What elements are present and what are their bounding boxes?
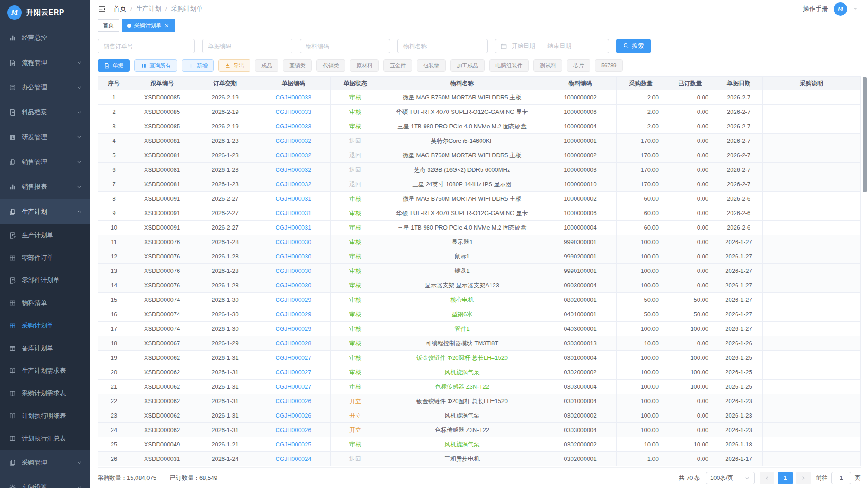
- doc-code-link[interactable]: CGJH000026: [256, 423, 331, 437]
- doc-code-link[interactable]: CGJH000032: [256, 177, 331, 192]
- doc-code-link[interactable]: CGJH000027: [256, 351, 331, 365]
- column-header: 采购说明: [763, 77, 861, 90]
- doc-code-link[interactable]: CGJH000031: [256, 206, 331, 221]
- breadcrumb-item[interactable]: 采购计划单: [171, 5, 203, 13]
- export-button[interactable]: 导出: [218, 59, 250, 72]
- breadcrumb: 首页/生产计划/采购计划单: [113, 5, 203, 13]
- sales-order-no-input[interactable]: [98, 39, 195, 53]
- doc-code-link[interactable]: CGJH000024: [256, 452, 331, 466]
- page-size-select[interactable]: 100条/页: [706, 472, 755, 484]
- table-icon: [9, 254, 17, 262]
- doc-code-link[interactable]: CGJH000033: [256, 90, 331, 105]
- sidebar-item[interactable]: 生产计划: [0, 199, 90, 224]
- sidebar-subitem[interactable]: 采购计划需求表: [0, 382, 90, 405]
- doc-code-link[interactable]: CGJH000033: [256, 119, 331, 134]
- material-name-input[interactable]: [397, 39, 488, 53]
- search-button[interactable]: 搜索: [616, 39, 651, 53]
- sidebar-item[interactable]: 研发管理: [0, 125, 90, 150]
- status-badge: 开立: [331, 423, 380, 437]
- sidebar-subitem[interactable]: 生产计划单: [0, 224, 90, 247]
- sidebar-item[interactable]: 采购管理: [0, 450, 90, 475]
- doc-code-link[interactable]: CGJH000029: [256, 322, 331, 336]
- doc-code-link[interactable]: CGJH000032: [256, 163, 331, 177]
- category-finished-goods-button[interactable]: 成品: [255, 59, 278, 72]
- sidebar-item[interactable]: 料品档案: [0, 100, 90, 125]
- menu-fold-icon[interactable]: [98, 5, 106, 14]
- sidebar-subitem[interactable]: 物料清单: [0, 292, 90, 314]
- doc-code-link[interactable]: CGJH000026: [256, 408, 331, 423]
- doc-code-link[interactable]: CGJH000026: [256, 394, 331, 408]
- table-row: 11XSDD0000762026-1-28CGJH000030审核显示器1999…: [98, 235, 861, 249]
- doc-code-link[interactable]: CGJH000031: [256, 221, 331, 235]
- doc-code-link[interactable]: CGJH000028: [256, 336, 331, 351]
- column-header: 物料编码: [544, 77, 617, 90]
- sidebar-subitem[interactable]: 零部件计划单: [0, 269, 90, 292]
- prev-page-button[interactable]: [760, 472, 774, 484]
- category-packaging-button[interactable]: 包装物: [417, 59, 446, 72]
- doc-code-link[interactable]: CGJH000027: [256, 365, 331, 380]
- category-direct-sale-button[interactable]: 直销类: [283, 59, 312, 72]
- doc-code-link[interactable]: CGJH000029: [256, 293, 331, 307]
- document-button[interactable]: 单据: [98, 59, 130, 72]
- doc-code-link[interactable]: CGJH000027: [256, 380, 331, 394]
- sidebar-subitem[interactable]: 计划执行明细表: [0, 405, 90, 427]
- cell: [763, 423, 861, 437]
- cell: 2026-1-23: [194, 148, 256, 163]
- copy-doc-icon: [9, 158, 17, 166]
- filter-bar: 开始日期 – 结束日期 搜索: [98, 39, 861, 53]
- category-processed-goods-button[interactable]: 加工成品: [450, 59, 485, 72]
- category-computer-assembly-button[interactable]: 电脑组装件: [489, 59, 529, 72]
- caret-down-icon[interactable]: [853, 6, 858, 12]
- doc-code-link[interactable]: CGJH000031: [256, 192, 331, 206]
- status-badge: 审核: [331, 380, 380, 394]
- doc-code-link[interactable]: CGJH000032: [256, 134, 331, 148]
- vertical-scrollbar-thumb[interactable]: [863, 77, 867, 192]
- sidebar-subitem[interactable]: 计划执行汇总表: [0, 427, 90, 450]
- doc-code-link[interactable]: CGJH000025: [256, 437, 331, 452]
- doc-code-link[interactable]: CGJH000029: [256, 307, 331, 322]
- sidebar-item[interactable]: 车间设置: [0, 475, 90, 488]
- doc-code-link[interactable]: CGJH000030: [256, 278, 331, 293]
- doc-code-input[interactable]: [202, 39, 292, 53]
- manual-link[interactable]: 操作手册: [803, 5, 828, 13]
- sidebar-item[interactable]: 办公管理: [0, 75, 90, 100]
- cell: 0.00: [665, 221, 715, 235]
- category-test-material-button[interactable]: 测试料: [533, 59, 562, 72]
- breadcrumb-item[interactable]: 生产计划: [136, 5, 161, 13]
- goto-page-input[interactable]: [831, 472, 851, 484]
- query-all-button[interactable]: 查询所有: [134, 59, 177, 72]
- category-raw-material-button[interactable]: 原材料: [350, 59, 379, 72]
- cell: 英特尔Core i5-14600KF: [380, 134, 544, 148]
- cell: XSDD000081: [130, 148, 194, 163]
- material-code-input[interactable]: [300, 39, 390, 53]
- add-button[interactable]: 新增: [182, 59, 214, 72]
- doc-code-link[interactable]: CGJH000030: [256, 249, 331, 264]
- doc-code-link[interactable]: CGJH000030: [256, 235, 331, 249]
- avatar[interactable]: M: [834, 2, 847, 16]
- next-page-button[interactable]: [796, 472, 811, 484]
- category-56789-button[interactable]: 56789: [595, 59, 623, 72]
- column-header: 序号: [98, 77, 130, 90]
- category-chip-button[interactable]: 芯片: [567, 59, 590, 72]
- page-1-button[interactable]: 1: [778, 472, 793, 484]
- category-hardware-button[interactable]: 五金件: [383, 59, 412, 72]
- tab[interactable]: 首页: [98, 19, 119, 32]
- doc-code-link[interactable]: CGJH000030: [256, 264, 331, 278]
- doc-code-link[interactable]: CGJH000032: [256, 148, 331, 163]
- tab-active[interactable]: 采购计划单: [122, 19, 175, 32]
- page-buttons: 1: [760, 472, 811, 484]
- sidebar-subitem[interactable]: 备库计划单: [0, 337, 90, 360]
- sidebar-item[interactable]: 销售管理: [0, 150, 90, 174]
- sidebar-item[interactable]: 销售报表: [0, 174, 90, 199]
- category-consignment-button[interactable]: 代销类: [316, 59, 345, 72]
- doc-code-link[interactable]: CGJH000033: [256, 105, 331, 119]
- sidebar-item[interactable]: 流程管理: [0, 50, 90, 75]
- sidebar-subitem[interactable]: 零部件订单: [0, 247, 90, 269]
- date-range-picker[interactable]: 开始日期 – 结束日期: [495, 39, 609, 53]
- sidebar-subitem-active[interactable]: 采购计划单: [0, 314, 90, 337]
- breadcrumb-item[interactable]: 首页: [113, 5, 126, 13]
- sidebar-subitem[interactable]: 生产计划需求表: [0, 360, 90, 382]
- close-icon[interactable]: [165, 23, 169, 28]
- sidebar-item[interactable]: 经营总控: [0, 25, 90, 50]
- cell: XSDD000074: [130, 307, 194, 322]
